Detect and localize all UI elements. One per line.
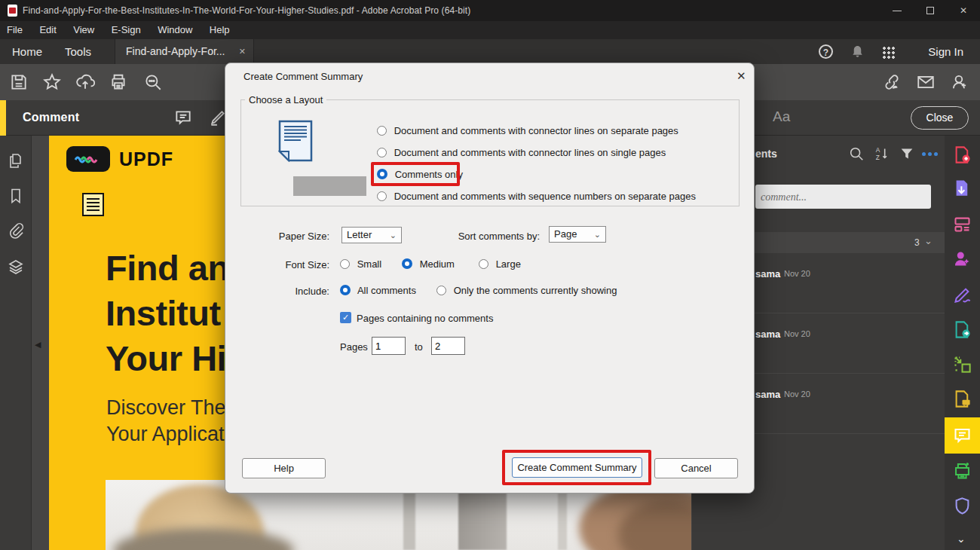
- radio-icon[interactable]: [377, 148, 387, 157]
- layout-preview-page-icon: [278, 120, 313, 162]
- page-thumbnails-icon[interactable]: [7, 152, 25, 170]
- maximize-button[interactable]: [914, 0, 947, 21]
- dialog-close-icon[interactable]: ✕: [737, 69, 746, 83]
- tab-tools[interactable]: Tools: [54, 39, 102, 64]
- tab-home[interactable]: Home: [2, 39, 53, 64]
- tab-document[interactable]: Find-and-Apply-For... ✕: [115, 39, 254, 64]
- menu-esign[interactable]: E-Sign: [105, 21, 148, 38]
- edit-pdf-icon[interactable]: [952, 214, 972, 234]
- page-to-input[interactable]: [431, 337, 465, 355]
- collapse-panel-icon[interactable]: ◀: [35, 340, 41, 350]
- page-from-input[interactable]: [372, 337, 406, 355]
- note-annotation-icon[interactable]: [82, 193, 104, 216]
- create-pdf-icon[interactable]: [952, 145, 972, 165]
- rail-scroll-chevron-icon[interactable]: ⌄: [957, 533, 966, 545]
- comment-tool-active[interactable]: [945, 417, 980, 454]
- include-showing-label: Only the comments currently showing: [454, 285, 617, 296]
- sort-comments-label: Sort comments by:: [452, 231, 540, 242]
- menu-file[interactable]: File: [0, 21, 29, 38]
- save-icon[interactable]: [9, 72, 29, 92]
- menu-edit[interactable]: Edit: [32, 21, 63, 38]
- radio-icon[interactable]: [340, 259, 350, 269]
- menu-view[interactable]: View: [66, 21, 101, 38]
- font-size-medium-option[interactable]: Medium: [402, 258, 455, 272]
- add-user-icon[interactable]: [950, 72, 969, 92]
- dialog-title: Create Comment Summary: [243, 71, 363, 82]
- layout-preview-comments-bar: [293, 176, 366, 196]
- add-comment-input[interactable]: [755, 185, 931, 209]
- sort-comments-dropdown[interactable]: Page ⌄: [549, 226, 606, 243]
- search-zoom-icon[interactable]: [143, 72, 163, 92]
- request-signature-person-icon[interactable]: [952, 249, 972, 269]
- star-favorite-icon[interactable]: [42, 72, 62, 92]
- send-for-review-icon[interactable]: [952, 319, 972, 340]
- apps-grid-icon[interactable]: [882, 46, 895, 59]
- left-sidebar: [0, 136, 32, 550]
- help-button[interactable]: Help: [242, 458, 326, 478]
- pages-range-label: Pages: [340, 341, 368, 353]
- font-size-label: Font Size:: [269, 259, 329, 270]
- sign-in-button[interactable]: Sign In: [928, 39, 963, 64]
- layout-option-label: Document and comments with connector lin…: [394, 125, 678, 136]
- cancel-button[interactable]: Cancel: [654, 458, 738, 478]
- share-link-icon[interactable]: [882, 72, 902, 92]
- pages-no-comments-label: Pages containing no comments: [357, 313, 493, 324]
- attachments-icon[interactable]: [7, 222, 25, 240]
- scan-ocr-icon[interactable]: [952, 461, 972, 481]
- bookmarks-icon[interactable]: [7, 187, 25, 205]
- layout-option-label: Document and comments with sequence numb…: [394, 191, 696, 202]
- help-icon[interactable]: ?: [819, 44, 833, 59]
- comment-date: Nov 20: [784, 269, 810, 278]
- annotation-highlight-create-button: [502, 450, 651, 485]
- minimize-button[interactable]: [880, 0, 914, 21]
- include-all-comments-option[interactable]: All comments: [340, 285, 416, 298]
- radio-icon[interactable]: [377, 191, 387, 201]
- protect-shield-icon[interactable]: [952, 496, 972, 516]
- cloud-upload-icon[interactable]: [75, 72, 95, 92]
- radio-selected-icon[interactable]: [402, 258, 412, 269]
- close-comment-button[interactable]: Close: [911, 106, 969, 130]
- print-icon[interactable]: [109, 72, 128, 92]
- more-options-icon[interactable]: [922, 152, 926, 156]
- doc-headline-line1: Find an: [106, 247, 229, 289]
- layout-option-separate-pages[interactable]: Document and comments with connector lin…: [377, 125, 678, 139]
- document-comment-icon[interactable]: [952, 389, 972, 409]
- font-size-small-option[interactable]: Small: [340, 258, 381, 272]
- include-showing-option[interactable]: Only the comments currently showing: [436, 285, 617, 298]
- layout-option-single-pages[interactable]: Document and comments with connector lin…: [377, 147, 666, 160]
- radio-icon[interactable]: [436, 286, 446, 295]
- sticky-note-icon[interactable]: [173, 108, 193, 127]
- radio-icon[interactable]: [377, 126, 387, 136]
- comments-panel-title: ents: [755, 148, 777, 160]
- radio-selected-icon[interactable]: [340, 285, 351, 295]
- notifications-bell-icon[interactable]: [850, 44, 865, 59]
- font-large-label: Large: [496, 258, 521, 270]
- email-icon[interactable]: [916, 72, 936, 92]
- comment-date: Nov 20: [784, 390, 810, 399]
- text-style-icon[interactable]: Aa: [773, 108, 790, 125]
- menu-help[interactable]: Help: [203, 21, 237, 38]
- radio-icon[interactable]: [479, 259, 488, 269]
- search-comments-icon[interactable]: [848, 145, 865, 162]
- font-size-large-option[interactable]: Large: [479, 258, 521, 272]
- pdf-file-icon: [8, 5, 17, 17]
- menu-window[interactable]: Window: [151, 21, 199, 38]
- filter-icon[interactable]: [899, 145, 915, 162]
- paper-size-label: Paper Size:: [269, 231, 329, 242]
- close-window-button[interactable]: ✕: [947, 0, 980, 21]
- paper-size-value: Letter: [347, 229, 372, 240]
- layers-icon[interactable]: [7, 258, 25, 276]
- fill-sign-icon[interactable]: [952, 285, 972, 305]
- layout-option-sequence-numbers[interactable]: Document and comments with sequence numb…: [377, 191, 696, 204]
- crop-resize-icon[interactable]: [952, 354, 972, 374]
- create-comment-summary-dialog: Create Comment Summary ✕ Choose a Layout…: [225, 63, 755, 493]
- comment-date: Nov 20: [784, 329, 810, 338]
- sort-az-icon[interactable]: A Z: [874, 145, 890, 162]
- export-pdf-icon[interactable]: [952, 178, 972, 198]
- chevron-down-icon[interactable]: ⌄: [924, 235, 933, 246]
- tab-document-label: Find-and-Apply-For...: [126, 45, 225, 57]
- paper-size-dropdown[interactable]: Letter ⌄: [341, 227, 402, 243]
- pages-no-comments-checkbox[interactable]: ✓: [340, 312, 351, 323]
- tab-close-icon[interactable]: ✕: [239, 39, 246, 64]
- comment-author: sama: [755, 268, 780, 280]
